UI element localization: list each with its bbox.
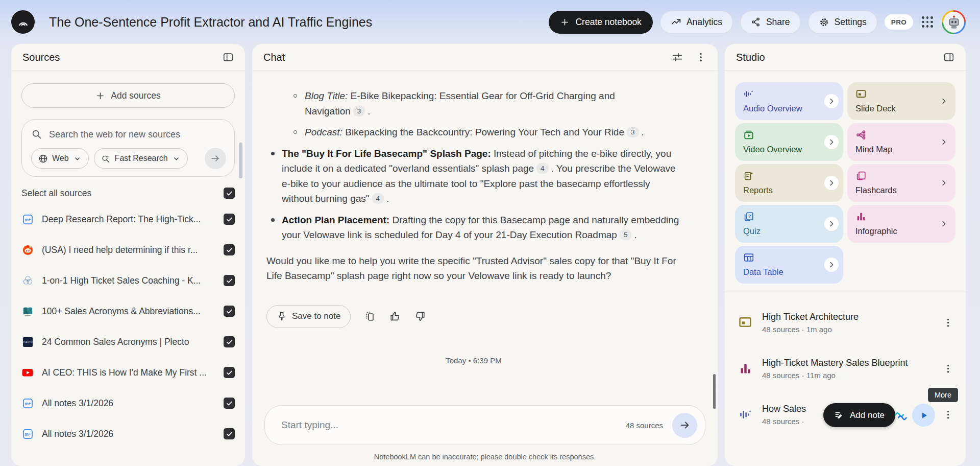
flashcards-icon bbox=[855, 170, 867, 181]
pin-icon bbox=[277, 311, 287, 321]
source-checkbox[interactable] bbox=[224, 306, 235, 317]
app-header: The One-Sentence Profit Extractor and AI… bbox=[0, 0, 980, 44]
item-more-menu-icon[interactable] bbox=[940, 407, 955, 422]
card-infographic[interactable]: Infographic bbox=[847, 205, 955, 243]
create-notebook-button[interactable]: Create notebook bbox=[549, 11, 652, 34]
web-search-box[interactable]: Search the web for new sources Web Fast … bbox=[21, 119, 235, 177]
slide-deck-icon bbox=[737, 314, 753, 331]
sources-scrollbar[interactable] bbox=[239, 143, 242, 178]
source-row[interactable]: 1-on-1 High Ticket Sales Coaching - K... bbox=[21, 265, 235, 296]
chat-scrollbar[interactable] bbox=[713, 374, 716, 409]
interactive-audio-icon[interactable] bbox=[894, 409, 908, 423]
quiz-icon: ? bbox=[743, 211, 754, 222]
web-favicon-venn-icon bbox=[21, 274, 34, 287]
source-row[interactable]: m+ All notes 3/1/2026 bbox=[21, 418, 235, 449]
play-button[interactable] bbox=[912, 404, 935, 427]
source-row[interactable]: 100+ Sales Acronyms & Abbreviations... bbox=[21, 296, 235, 327]
chevron-right-icon bbox=[824, 176, 839, 190]
research-mode-dropdown[interactable]: Fast Research bbox=[94, 148, 188, 169]
svg-text:m+: m+ bbox=[24, 431, 31, 436]
trending-up-icon bbox=[671, 17, 681, 28]
copy-icon[interactable] bbox=[364, 311, 376, 322]
add-note-button[interactable]: Add note bbox=[823, 403, 895, 427]
source-checkbox[interactable] bbox=[224, 275, 235, 286]
notebook-doc-icon: m+ bbox=[21, 428, 34, 440]
note-edit-icon bbox=[834, 410, 844, 421]
plecto-favicon-icon: PLECTO bbox=[21, 336, 34, 348]
card-quiz[interactable]: ? Quiz bbox=[735, 205, 843, 243]
web-filter-dropdown[interactable]: Web bbox=[31, 148, 89, 169]
card-video-overview[interactable]: Video Overview bbox=[735, 123, 843, 161]
thumbs-up-icon[interactable] bbox=[389, 311, 401, 322]
book-favicon-icon bbox=[21, 305, 34, 317]
chat-more-menu-icon[interactable] bbox=[695, 52, 706, 63]
citation-chip[interactable]: 4 bbox=[536, 163, 549, 174]
chevron-right-icon bbox=[824, 258, 839, 272]
source-checkbox[interactable] bbox=[224, 244, 235, 255]
search-input[interactable]: Search the web for new sources bbox=[49, 129, 180, 140]
citation-chip[interactable]: 5 bbox=[620, 229, 632, 240]
source-row[interactable]: (USA) I need help determining if this r.… bbox=[21, 235, 235, 265]
select-all-checkbox[interactable] bbox=[224, 188, 235, 199]
source-checkbox[interactable] bbox=[224, 336, 235, 347]
notebooklm-logo-icon[interactable] bbox=[11, 10, 35, 34]
pro-badge: PRO bbox=[885, 14, 913, 30]
source-checkbox[interactable] bbox=[224, 214, 235, 225]
select-all-sources-label: Select all sources bbox=[21, 188, 91, 199]
google-apps-grid-icon[interactable] bbox=[920, 15, 935, 29]
chevron-right-icon bbox=[937, 217, 951, 231]
studio-item-sales-blueprint[interactable]: High-Ticket Mastery Sales Blueprint 48 s… bbox=[737, 345, 955, 391]
card-reports[interactable]: Reports bbox=[735, 164, 843, 202]
source-checkbox[interactable] bbox=[224, 367, 235, 378]
chat-input[interactable]: Start typing... 48 sources bbox=[264, 405, 705, 445]
list-item-splash-page: The "Buy It For Life Basecamp" Splash Pa… bbox=[266, 146, 681, 206]
citation-chip[interactable]: 3 bbox=[353, 106, 365, 116]
collapse-sources-panel-icon[interactable] bbox=[223, 52, 234, 63]
item-more-menu-icon[interactable] bbox=[940, 361, 955, 376]
card-data-table[interactable]: Data Table bbox=[735, 246, 843, 284]
collapse-studio-panel-icon[interactable] bbox=[943, 52, 954, 63]
sources-panel-title: Sources bbox=[22, 52, 60, 63]
svg-text:PLECTO: PLECTO bbox=[23, 341, 32, 343]
add-sources-button[interactable]: Add sources bbox=[21, 83, 235, 108]
search-icon bbox=[31, 129, 42, 140]
source-row[interactable]: m+ All notes 3/1/2026 bbox=[21, 388, 235, 418]
source-row[interactable]: PLECTO 24 Common Sales Acronyms | Plecto bbox=[21, 327, 235, 357]
card-slide-deck[interactable]: Slide Deck bbox=[847, 82, 955, 120]
analytics-button[interactable]: Analytics bbox=[660, 11, 733, 34]
card-flashcards[interactable]: Flashcards bbox=[847, 164, 955, 202]
plus-icon bbox=[95, 91, 105, 101]
notebook-title[interactable]: The One-Sentence Profit Extractor and AI… bbox=[49, 15, 542, 30]
chat-settings-tune-icon[interactable] bbox=[672, 52, 683, 63]
source-row[interactable]: AI CEO: THIS is How I'd Make My First ..… bbox=[21, 357, 235, 388]
chat-scroll-area[interactable]: Blog Title: E-Bike Bikepacking: Essentia… bbox=[252, 71, 718, 405]
search-submit-button[interactable] bbox=[205, 148, 226, 169]
sources-panel: Sources Add sources Search the web for n… bbox=[11, 44, 245, 466]
send-button[interactable] bbox=[672, 413, 697, 438]
source-row[interactable]: m+ Deep Research Report: The High-Tick..… bbox=[21, 204, 235, 235]
citation-chip[interactable]: 3 bbox=[627, 127, 639, 137]
source-checkbox[interactable] bbox=[224, 398, 235, 409]
card-mind-map[interactable]: Mind Map bbox=[847, 123, 955, 161]
header-actions: Create notebook Analytics Share Settings… bbox=[549, 10, 966, 34]
thumbs-down-icon[interactable] bbox=[414, 311, 426, 322]
assistant-message: Blog Title: E-Bike Bikepacking: Essentia… bbox=[266, 88, 681, 328]
account-avatar[interactable] bbox=[942, 10, 966, 34]
svg-text:?: ? bbox=[748, 214, 751, 219]
reddit-icon bbox=[21, 244, 34, 256]
slide-deck-icon bbox=[855, 88, 867, 100]
citation-chip[interactable]: 4 bbox=[372, 193, 384, 204]
settings-button[interactable]: Settings bbox=[808, 11, 877, 34]
source-checkbox[interactable] bbox=[224, 428, 235, 439]
item-more-menu-icon[interactable] bbox=[940, 315, 955, 330]
share-button[interactable]: Share bbox=[740, 11, 801, 34]
chevron-right-icon bbox=[937, 94, 951, 108]
gear-icon bbox=[819, 17, 829, 28]
sources-list: m+ Deep Research Report: The High-Tick..… bbox=[21, 204, 235, 449]
studio-item-high-ticket-architecture[interactable]: High Ticket Architecture 48 sources · 1m… bbox=[737, 299, 955, 345]
save-to-note-button[interactable]: Save to note bbox=[266, 305, 351, 328]
chevron-right-icon bbox=[937, 135, 951, 149]
card-audio-overview[interactable]: Audio Overview bbox=[735, 82, 843, 120]
chat-input-placeholder: Start typing... bbox=[281, 420, 617, 431]
fast-research-icon bbox=[101, 154, 111, 164]
